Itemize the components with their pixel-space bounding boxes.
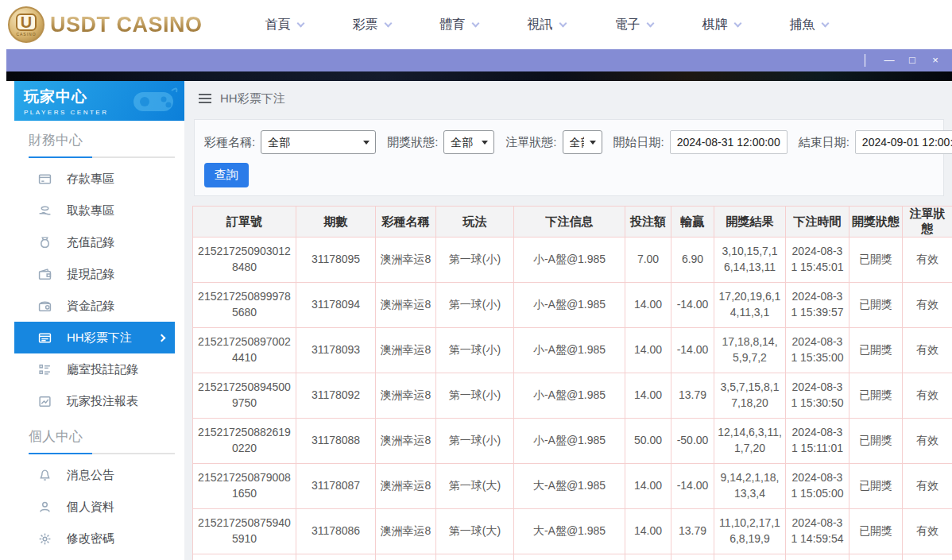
table-cell: 2024-08-31 15:45:01	[786, 238, 849, 283]
sidebar-item-hh-lottery-bet[interactable]: HH彩票下注	[14, 322, 175, 353]
sidebar-item-withdraw[interactable]: 取款專區	[14, 195, 175, 226]
nav-item-electronic[interactable]: 電子	[590, 17, 678, 33]
column-header: 開獎狀態	[849, 207, 903, 238]
table-cell	[849, 554, 903, 560]
window-dropdown-button[interactable]	[859, 53, 873, 68]
table-cell: 13.79	[671, 509, 714, 554]
table-cell: 3,10,15,7,16,14,13,11	[714, 238, 786, 283]
order-status-label: 注單狀態:	[505, 135, 556, 150]
site-logo[interactable]: U CASINO USDT CASINO	[8, 6, 203, 43]
table-cell: 7.00	[625, 238, 671, 283]
section-title: 個人中心	[14, 427, 184, 446]
nav-item-video[interactable]: 視訊	[503, 17, 590, 33]
table-cell: 已開獎	[849, 509, 903, 554]
table-cell: 有效	[903, 283, 952, 328]
table-cell: 澳洲幸运8	[376, 509, 436, 554]
table-cell: 9,14,2,1,18,13,3,4	[714, 464, 786, 509]
table-cell: 17,18,8,14,5,9,7,2	[714, 328, 786, 373]
table-cell: 小-A盤@1.985	[514, 283, 625, 328]
sidebar-item-profile[interactable]: 個人資料	[14, 491, 175, 523]
password-gear-icon	[38, 532, 52, 546]
start-date-input[interactable]	[670, 130, 788, 154]
sidebar-item-announcements[interactable]: 消息公告	[14, 459, 175, 491]
nav-item-sports[interactable]: 體育	[416, 17, 503, 33]
profile-person-icon	[38, 500, 52, 514]
table-cell: 已開獎	[849, 373, 903, 419]
sidebar-item-withdrawal-record[interactable]: 提現記錄	[14, 258, 175, 290]
table-cell: 2152172509030128480	[193, 238, 296, 283]
search-button[interactable]: 查詢	[204, 163, 249, 187]
page-banner-strip	[6, 71, 952, 81]
sidebar-item-change-password[interactable]: 修改密碼	[14, 523, 175, 554]
table-cell: 小-A盤@1.985	[514, 419, 625, 464]
table-cell	[786, 554, 849, 560]
table-cell: 小-A盤@1.985	[514, 238, 625, 283]
nav-item-boardgames[interactable]: 棋牌	[678, 17, 765, 33]
lottery-name-select-wrap: 全部	[261, 130, 376, 154]
table-cell: 31178087	[296, 464, 376, 509]
order-status-select[interactable]: 全部	[563, 130, 602, 154]
gamepad-icon	[127, 84, 180, 119]
table-cell: 2024-08-31 15:39:57	[786, 283, 849, 328]
table-cell	[625, 554, 671, 560]
table-cell: 17,20,19,6,14,11,3,1	[714, 283, 786, 328]
hall-bet-list-icon	[38, 363, 52, 377]
table-cell: 有效	[903, 373, 952, 419]
end-date-label: 結束日期:	[799, 135, 849, 150]
table-cell: 大-A盤@1.985	[514, 509, 625, 554]
table-cell: 2152172508945009750	[193, 373, 296, 419]
table-cell: 2024-08-31 15:35:00	[786, 328, 849, 373]
deposit-card-icon	[38, 172, 52, 186]
table-cell: 第一球(小)	[436, 328, 514, 373]
chevron-down-icon	[471, 19, 479, 27]
column-header: 開獎結果	[714, 207, 786, 238]
hamburger-menu-icon[interactable]	[199, 91, 211, 106]
table-cell: 31178095	[296, 238, 376, 283]
draw-status-select[interactable]: 全部	[443, 130, 494, 154]
player-report-chart-icon	[38, 395, 52, 408]
window-titlebar[interactable]: — □ ×	[6, 49, 952, 71]
nav-item-fishing[interactable]: 捕魚	[765, 17, 853, 33]
window-maximize-button[interactable]: □	[905, 53, 919, 68]
column-header: 下注信息	[514, 207, 625, 238]
sidebar-item-funds-record[interactable]: 資金記錄	[14, 290, 175, 322]
table-cell: 3,5,7,15,8,17,18,20	[714, 373, 786, 419]
nav-item-lottery[interactable]: 彩票	[328, 17, 416, 33]
withdraw-hand-icon	[38, 204, 52, 218]
table-cell: 31178094	[296, 283, 376, 328]
column-header: 訂單號	[193, 207, 296, 238]
table-cell: 2152172508826190220	[193, 419, 296, 464]
table-cell: 14.00	[625, 509, 671, 554]
sidebar-item-hall-bet-record[interactable]: 廳室投註記錄	[14, 353, 175, 385]
column-header: 下注時間	[786, 207, 849, 238]
table-row: 215217250875940591031178086澳洲幸运8第一球(大)大-…	[193, 509, 952, 554]
table-cell: 小-A盤@1.985	[514, 328, 625, 373]
filter-panel: 彩種名稱: 全部 開獎狀態: 全部 注單狀態:	[194, 119, 944, 196]
lottery-name-label: 彩種名稱:	[204, 135, 255, 150]
table-cell: 2152172508790081650	[193, 464, 296, 509]
table-cell: 31178092	[296, 373, 376, 419]
table-cell: 14.00	[625, 373, 671, 419]
lottery-name-select[interactable]: 全部	[261, 130, 376, 154]
table-cell: 2024-08-31 15:30:50	[786, 373, 849, 419]
sidebar-item-recharge-record[interactable]: 充值記錄	[14, 226, 175, 258]
table-cell: 有效	[903, 238, 952, 283]
section-divider	[29, 453, 175, 454]
table-cell: 有效	[903, 328, 952, 373]
window-minimize-button[interactable]: —	[882, 53, 896, 68]
table-cell: 12,14,6,3,11,1,7,20	[714, 419, 786, 464]
nav-item-home[interactable]: 首頁	[241, 17, 328, 33]
table-cell: 11,10,2,17,16,8,19,9	[714, 509, 786, 554]
table-cell: 14.00	[625, 328, 671, 373]
table-cell: 有效	[903, 464, 952, 509]
recharge-bag-icon	[38, 236, 52, 249]
sidebar-item-player-bet-report[interactable]: 玩家投注報表	[14, 385, 175, 417]
table-cell	[514, 554, 625, 560]
end-date-input[interactable]	[855, 130, 952, 154]
page-title: HH彩票下注	[220, 91, 285, 106]
window-close-button[interactable]: ×	[928, 53, 942, 68]
table-cell: 澳洲幸运8	[376, 328, 436, 373]
sidebar-item-deposit[interactable]: 存款專區	[14, 163, 175, 195]
table-body: 215217250903012848031178095澳洲幸运8第一球(小)小-…	[193, 238, 952, 560]
table-cell: -14.00	[671, 464, 714, 509]
